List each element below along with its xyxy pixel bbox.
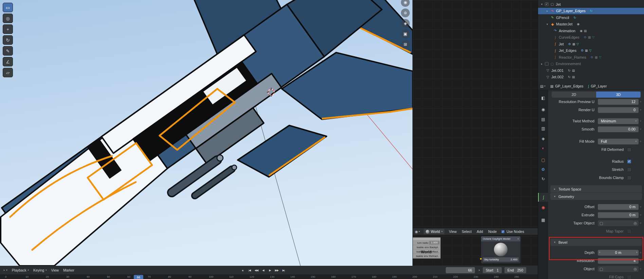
tab-material[interactable]: ◉ [538,203,548,212]
start-frame-field[interactable]: Start1 [483,267,502,273]
bevel-resolution-field[interactable]: 4 [598,258,639,264]
outliner[interactable]: ▾ ✓ ▢ Jet ▸ ✎ GP_Layer_Edges ↻ ✎ GPencil… [538,0,644,82]
animate-dot[interactable] [639,252,643,253]
octane-daylight-node[interactable]: Octane Daylight Model ▾ Sky turbidity 2.… [481,236,521,264]
breadcrumb-item[interactable]: ▦GP_Layer_Edges [550,84,583,88]
tool-move-button[interactable]: + [3,24,13,34]
node-header[interactable]: Octane Daylight Model ▾ [481,236,520,241]
tab-scene[interactable]: ◈ [538,134,548,143]
tool-select-button[interactable]: ▭ [3,3,13,12]
loop-icon[interactable]: ↻ [590,9,593,13]
twist-method-dropdown[interactable]: Minimum▾ [598,118,639,124]
modifier-icon[interactable]: ⚙ [591,56,593,59]
animate-dot[interactable] [639,128,643,130]
vertex-group-icon[interactable]: ▽ [576,42,579,46]
menu-view[interactable]: View [51,268,59,272]
tab-tool[interactable]: ◧ [538,94,548,102]
tab-output[interactable]: ▤ [538,115,548,124]
dot-icon[interactable]: ◉ [577,22,579,26]
tab-physics[interactable]: ↻ [538,175,548,183]
tool-draw-button[interactable]: ✎ [3,46,13,56]
map-taper-checkbox[interactable] [627,229,631,234]
dot-icon[interactable]: ◉ [580,29,583,33]
nav-persp-button[interactable]: ⊞ [401,40,410,49]
nav-camera-button[interactable]: ▣ [401,29,410,38]
animate-dot[interactable] [639,222,643,224]
eyedropper-icon[interactable]: ◎ [633,221,637,225]
editor-type-selector[interactable]: ◉▾ [415,230,420,234]
tool-measure-button[interactable]: ∠ [3,57,13,66]
offset-field[interactable]: 0 m [598,204,639,210]
animate-dot[interactable] [639,109,643,111]
tab-view-layer[interactable]: ▥ [538,124,548,133]
node-fragment[interactable]: ium radiu 1.000 isable env Backpl.. isab… [413,237,441,259]
rows-icon[interactable]: ▤ [572,69,575,72]
prev-keyframe-button[interactable]: ◀◀ [253,267,259,273]
outliner-row[interactable]: ↷ Animation ◉▤ [538,27,644,34]
animate-dot[interactable] [639,268,643,270]
animate-dot[interactable] [639,120,643,122]
current-frame-field[interactable]: 66 [446,267,475,273]
play-button[interactable]: ▶ [267,267,273,273]
collection-checkbox[interactable] [545,62,549,66]
jump-start-button[interactable]: |◀ [246,267,253,273]
nav-zoom-button[interactable]: ⊕ [401,8,410,17]
world-datablock-selector[interactable]: World ▾ [424,229,445,234]
animate-dot[interactable] [639,141,643,142]
record-button[interactable]: ● [240,267,246,273]
menu-marker[interactable]: Marker [63,268,74,272]
jump-end-button[interactable]: ▶| [280,267,287,273]
smooth-field[interactable]: 0.00 [598,126,639,132]
outliner-row[interactable]: ∫ Reactor_Flames ⚙▦▽ [538,54,644,61]
nav-gizmo-button[interactable]: ◉ [401,0,410,7]
bounds-clamp-checkbox[interactable] [627,176,631,180]
tab-3d[interactable]: 3D [596,92,641,98]
node-slider-row[interactable]: Sky turbidity 2.400 [483,257,519,262]
node-param-row[interactable]: isable env Backpl.. [413,245,440,250]
play-reverse-button[interactable]: ◀ [260,267,266,273]
timeline-ruler[interactable]: 0 10 20 30 40 50 60 70 80 90 100 110 120… [0,275,538,279]
tab-2d[interactable]: 2D [552,92,596,98]
node-param-row[interactable]: isable env Refract.. [413,254,440,258]
outliner-row-selected[interactable]: ▸ ✎ GP_Layer_Edges ↻ [538,8,644,15]
animate-dot[interactable] [639,206,643,207]
outliner-row[interactable]: ▽ Jet.002 ↻▤ [538,74,644,81]
node-param-row[interactable]: ium radiu 1.000 [413,241,440,245]
render-u-field[interactable]: 0 [598,107,639,113]
fill-mode-dropdown[interactable]: Full▾ [598,139,639,144]
material-icon[interactable]: ▦ [572,42,575,46]
menu-add[interactable]: Add [476,230,484,234]
breadcrumb-item[interactable]: ∫GP_Layer [588,84,607,88]
bevel-depth-field[interactable]: ‹ 0 m › [598,250,639,256]
auto-keyframe-clock-icon[interactable]: ◔ [478,268,480,272]
disclosure-icon[interactable]: ▾ [540,3,544,6]
modifier-icon[interactable]: ⚙ [568,42,571,46]
next-keyframe-button[interactable]: ▶▶ [274,267,280,273]
bevel-object-field[interactable]: ▢◎ [598,266,639,272]
tab-object-data[interactable]: ∫ [538,193,548,202]
timeline-editor[interactable]: ◔▾ Playback▾ Keying▾ View Marker ● |◀ ◀◀… [0,266,538,279]
tool-cursor-button[interactable]: ◎ [3,14,13,23]
modifier-icon[interactable]: ⚙ [584,36,587,39]
properties-editor[interactable]: ▤▾ ▦GP_Layer_Edges ∫GP_Layer ◧ ◉ ▤ ▥ ◈ ◐… [538,82,644,279]
disclosure-icon[interactable]: ▸ [540,62,544,65]
material-icon[interactable]: ▦ [585,49,588,52]
shader-editor[interactable]: ◉▾ World ▾ View Select Add Node ✓ Use No… [413,0,538,266]
modifier-icon[interactable]: ⚙ [581,49,584,52]
outliner-row[interactable]: ✎ GPencil ↻ [538,14,644,21]
rows-icon[interactable]: ▤ [584,29,587,33]
tool-annotate-button[interactable]: ▱ [3,68,13,77]
outliner-row[interactable]: ∫ Jet ⚙▦▽ [538,41,644,47]
outliner-row[interactable]: ∫ Jet_Edges ⚙▦▽ [538,47,644,54]
section-geometry[interactable]: ▾ Geometry [550,193,642,200]
viewport-canvas[interactable] [0,0,413,266]
extrude-field[interactable]: 0 m [598,212,639,218]
menu-playback[interactable]: Playback▾ [12,268,29,272]
outliner-row[interactable]: ▾ ✓ ▢ Jet [538,1,644,8]
loop-icon[interactable]: ↻ [568,69,571,72]
end-frame-field[interactable]: End250 [504,267,526,273]
animate-dot[interactable] [639,260,643,261]
param-value[interactable]: 1.000 [429,241,440,244]
properties-editor-type[interactable]: ▤▾ [540,84,545,88]
resolution-preview-u-field[interactable]: 12 [598,99,639,105]
